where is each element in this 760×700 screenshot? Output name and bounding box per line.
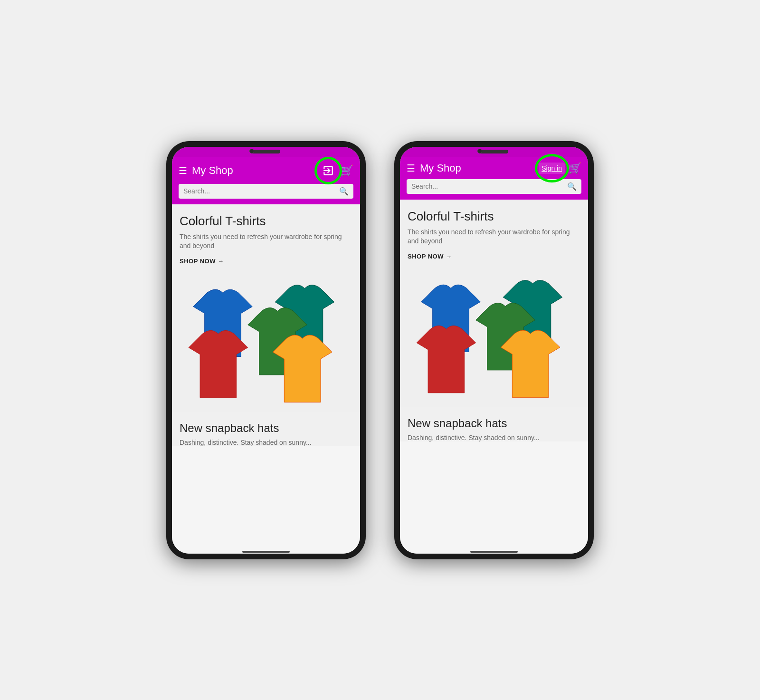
hero-subtitle-left: The shirts you need to refresh your ward…	[180, 232, 352, 251]
bottom-subtitle-left: Dashing, distinctive. Stay shaded on sun…	[180, 439, 352, 446]
screen-right: ☰ My Shop Sign in 🛒 🔍	[400, 147, 588, 554]
hamburger-icon-right[interactable]: ☰	[407, 163, 415, 173]
hero-title-right: Colorful T-shirts	[408, 209, 580, 224]
header-icons-left: 🛒	[320, 162, 353, 179]
search-input-right[interactable]	[411, 182, 563, 190]
search-wrap-left: 🔍	[179, 184, 353, 199]
shop-now-left[interactable]: SHOP NOW →	[180, 258, 352, 265]
bottom-subtitle-right: Dashing, distinctive. Stay shaded on sun…	[408, 434, 580, 441]
camera-left	[249, 149, 254, 153]
screen-left: ☰ My Shop 🛒	[172, 147, 360, 554]
hamburger-icon-left[interactable]: ☰	[179, 166, 187, 175]
bottom-title-right: New snapback hats	[408, 417, 580, 430]
app-header-right: ☰ My Shop Sign in 🛒	[400, 157, 588, 179]
shop-now-right[interactable]: SHOP NOW →	[408, 253, 580, 260]
hero-left: Colorful T-shirts The shirts you need to…	[172, 204, 360, 412]
content-left: Colorful T-shirts The shirts you need to…	[172, 204, 360, 554]
search-bar-left: 🔍	[172, 184, 360, 204]
status-bar-right	[400, 147, 588, 157]
phone-right: ☰ My Shop Sign in 🛒 🔍	[394, 141, 594, 559]
tshirts-left	[180, 269, 352, 412]
search-icon-right: 🔍	[567, 182, 577, 191]
tshirts-right	[408, 265, 580, 407]
bottom-title-left: New snapback hats	[180, 422, 352, 435]
cart-icon-right[interactable]: 🛒	[569, 162, 581, 174]
signin-icon-button-left[interactable]	[320, 162, 337, 179]
hero-title-left: Colorful T-shirts	[180, 214, 352, 229]
bottom-right: New snapback hats Dashing, distinctive. …	[400, 407, 588, 441]
search-input-left[interactable]	[183, 187, 335, 195]
app-title-left: My Shop	[192, 164, 315, 177]
content-right: Colorful T-shirts The shirts you need to…	[400, 200, 588, 554]
search-icon-left: 🔍	[339, 187, 349, 196]
hero-subtitle-right: The shirts you need to refresh your ward…	[408, 228, 580, 246]
search-bar-right: 🔍	[400, 179, 588, 200]
status-bar-left	[172, 147, 360, 157]
app-title-right: My Shop	[420, 162, 534, 174]
app-header-left: ☰ My Shop 🛒	[172, 157, 360, 184]
signin-text-button-right[interactable]: Sign in	[539, 163, 565, 174]
header-icons-right: Sign in 🛒	[539, 162, 581, 174]
cart-icon-left[interactable]: 🛒	[341, 164, 353, 177]
phone-comparison: ☰ My Shop 🛒	[166, 141, 594, 559]
camera-right	[477, 149, 482, 153]
phone-left: ☰ My Shop 🛒	[166, 141, 366, 559]
search-wrap-right: 🔍	[407, 179, 581, 194]
hero-right: Colorful T-shirts The shirts you need to…	[400, 200, 588, 407]
bottom-left: New snapback hats Dashing, distinctive. …	[172, 412, 360, 446]
